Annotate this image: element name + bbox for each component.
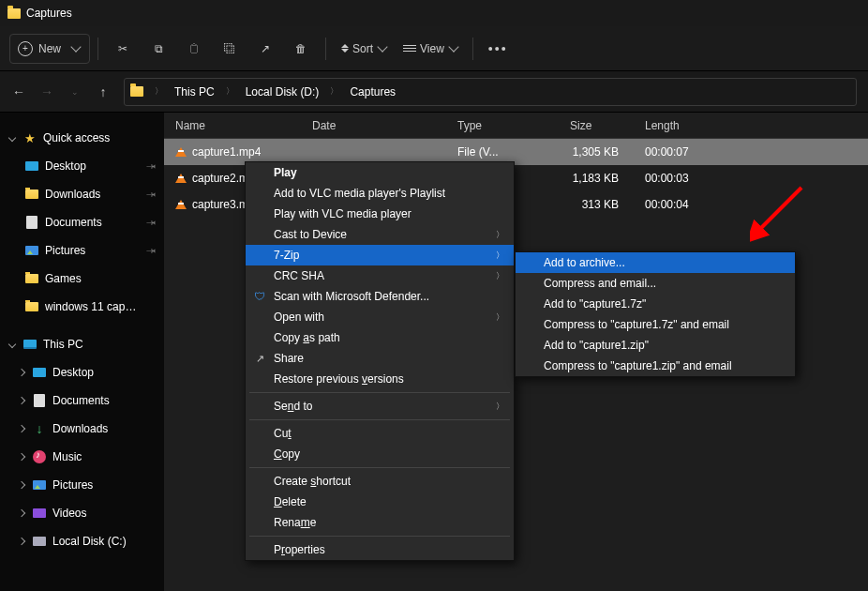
chevron-right-icon [17, 424, 26, 433]
address-bar[interactable]: 〉 This PC 〉 Local Disk (D:) 〉 Captures [124, 78, 857, 106]
ctx-delete[interactable]: Delete [246, 492, 514, 512]
sidebar-item-desktop[interactable]: Desktop📌︎ [0, 152, 164, 180]
ctx-properties[interactable]: Properties [246, 539, 514, 560]
col-type[interactable]: Type [446, 119, 559, 132]
sidebar-item-pc-downloads[interactable]: ↓Downloads [0, 415, 164, 443]
sidebar-label: Local Disk (C:) [52, 535, 127, 548]
ctx-rename[interactable]: Rename [246, 512, 514, 533]
sidebar-item-games[interactable]: Games [0, 265, 164, 293]
svg-line-1 [759, 188, 801, 230]
sidebar-item-pc-videos[interactable]: Videos [0, 499, 164, 527]
sidebar-item-pc-documents[interactable]: Documents [0, 386, 164, 415]
ctx-add-zip[interactable]: Add to "capture1.zip" [516, 335, 795, 356]
ctx-compress-7z-email[interactable]: Compress to "capture1.7z" and email [516, 314, 795, 335]
separator [249, 467, 510, 468]
col-length[interactable]: Length [634, 119, 718, 132]
ctx-copy-path[interactable]: Copy as path [246, 327, 514, 348]
rename-button[interactable]: ⿻ [213, 34, 247, 64]
ctx-play-vlc[interactable]: Play with VLC media player [246, 204, 514, 224]
breadcrumb-item[interactable]: Captures [350, 85, 396, 98]
more-button[interactable]: ••• [481, 34, 516, 64]
ctx-share[interactable]: ↗Share [246, 348, 514, 369]
sidebar-item-pc-disk-c[interactable]: Local Disk (C:) [0, 527, 164, 555]
cut-button[interactable]: ✂ [106, 34, 140, 64]
chevron-right-icon [17, 480, 26, 490]
clipboard-icon: 📋︎ [188, 42, 200, 55]
share-button[interactable]: ↗ [248, 34, 282, 64]
ctx-label: Cut [274, 427, 292, 440]
sidebar-label: Pictures [45, 244, 85, 257]
view-icon [403, 45, 416, 52]
delete-button[interactable]: 🗑︎ [284, 34, 318, 64]
file-length: 00:00:03 [634, 172, 718, 185]
sidebar-item-pc-music[interactable]: Music [0, 443, 164, 471]
document-icon [34, 394, 45, 407]
vlc-icon [175, 200, 187, 209]
ctx-crc[interactable]: CRC SHA〉 [246, 265, 514, 286]
col-size[interactable]: Size [559, 119, 634, 132]
share-icon: ↗ [253, 352, 266, 365]
sidebar-item-pc-pictures[interactable]: Pictures [0, 471, 164, 499]
pin-icon: 📌︎ [143, 159, 158, 174]
recent-button[interactable]: ⌄ [67, 87, 82, 97]
ctx-copy[interactable]: Copy [246, 444, 514, 464]
ctx-compress-email[interactable]: Compress and email... [516, 273, 795, 294]
sidebar-quick-access[interactable]: ★ Quick access [0, 124, 164, 152]
folder-icon [25, 274, 38, 283]
ctx-label: Compress to "capture1.zip" and email [544, 359, 732, 372]
back-button[interactable]: ← [11, 84, 26, 99]
ctx-label: Create shortcut [274, 475, 351, 488]
separator [325, 38, 326, 60]
sidebar-item-documents[interactable]: Documents📌︎ [0, 208, 164, 236]
breadcrumb-item[interactable]: Local Disk (D:) [246, 85, 320, 98]
plus-icon: + [18, 41, 33, 56]
file-name: capture1.mp4 [192, 145, 261, 159]
rename-icon: ⿻ [224, 42, 235, 55]
ctx-7zip[interactable]: 7-Zip〉 [246, 245, 514, 265]
ctx-shortcut[interactable]: Create shortcut [246, 471, 514, 492]
ctx-add-archive[interactable]: Add to archive... [516, 252, 795, 273]
sidebar-this-pc[interactable]: This PC [0, 330, 164, 358]
sidebar-item-downloads[interactable]: Downloads📌︎ [0, 180, 164, 208]
vlc-icon [175, 147, 187, 157]
ctx-cut[interactable]: Cut [246, 423, 514, 444]
new-button[interactable]: + New [9, 34, 90, 64]
chevron-down-icon [70, 41, 81, 52]
col-date[interactable]: Date [301, 119, 446, 132]
ctx-add-vlc[interactable]: Add to VLC media player's Playlist [246, 183, 514, 204]
sort-button[interactable]: Sort [334, 34, 394, 64]
ctx-compress-zip-email[interactable]: Compress to "capture1.zip" and email [516, 356, 795, 376]
ctx-send-to[interactable]: Send to〉 [246, 396, 514, 417]
chevron-right-icon [17, 537, 26, 546]
folder-icon [130, 86, 143, 97]
ctx-label: Scan with Microsoft Defender... [274, 290, 429, 303]
sidebar-item-pictures[interactable]: Pictures📌︎ [0, 236, 164, 265]
file-size: 1,305 KB [559, 145, 634, 159]
ctx-open-with[interactable]: Open with〉 [246, 307, 514, 327]
chevron-right-icon: 〉 [496, 270, 504, 282]
ctx-label: Open with [274, 311, 324, 324]
sidebar-item-pc-desktop[interactable]: Desktop [0, 358, 164, 386]
ctx-label: Add to archive... [544, 256, 625, 269]
folder-icon [7, 8, 21, 19]
ctx-play[interactable]: Play [246, 162, 514, 183]
forward-button[interactable]: → [39, 84, 54, 99]
sidebar-item-captures[interactable]: windows 11 captures [0, 293, 164, 321]
pin-icon: 📌︎ [143, 215, 158, 230]
ctx-restore[interactable]: Restore previous versions [246, 369, 514, 389]
separator [97, 38, 98, 60]
col-name[interactable]: Name [164, 119, 301, 132]
up-button[interactable]: ↑ [96, 84, 111, 99]
ctx-cast[interactable]: Cast to Device〉 [246, 224, 514, 245]
ctx-defender[interactable]: 🛡︎Scan with Microsoft Defender... [246, 286, 514, 307]
chevron-down-icon [377, 41, 387, 52]
sidebar-label: Documents [52, 394, 110, 407]
shield-icon: 🛡︎ [253, 290, 266, 303]
ctx-add-7z[interactable]: Add to "capture1.7z" [516, 294, 795, 314]
breadcrumb-item[interactable]: This PC [174, 85, 215, 98]
copy-button[interactable]: ⧉ [142, 34, 175, 64]
paste-button[interactable]: 📋︎ [177, 34, 211, 64]
sidebar-label: Desktop [52, 366, 94, 379]
chevron-right-icon: 〉 [226, 85, 234, 98]
view-button[interactable]: View [396, 34, 465, 64]
